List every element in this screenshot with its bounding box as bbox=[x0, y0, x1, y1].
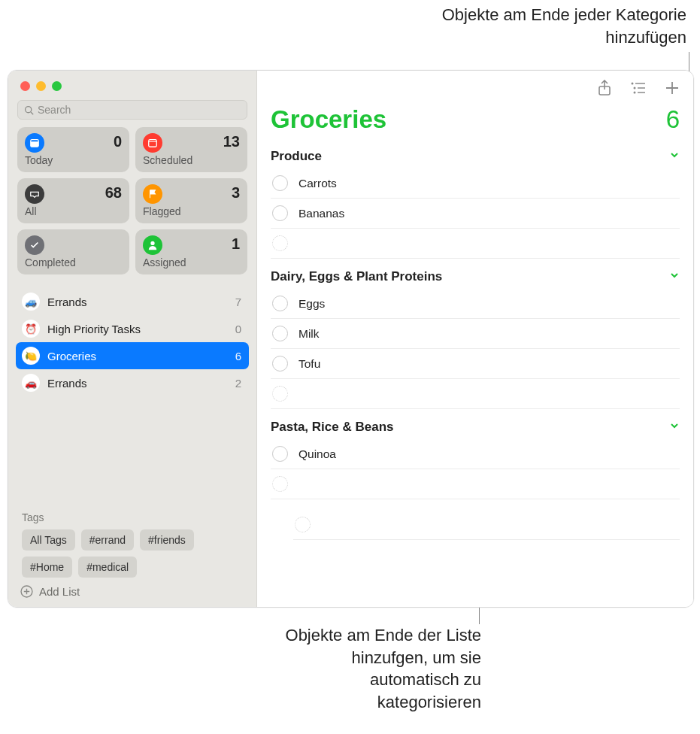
smart-count: 0 bbox=[114, 133, 122, 150]
complete-toggle[interactable] bbox=[272, 356, 288, 372]
smart-count: 68 bbox=[105, 184, 122, 202]
tags-heading: Tags bbox=[22, 511, 247, 523]
complete-toggle[interactable] bbox=[272, 326, 288, 341]
section-header[interactable]: Produce bbox=[271, 138, 680, 168]
tag[interactable]: #errand bbox=[81, 529, 134, 550]
sidebar-list-item[interactable]: ⏰High Priority Tasks0 bbox=[16, 315, 249, 342]
list-icon: 🍋 bbox=[22, 347, 40, 365]
checkmark-icon bbox=[25, 235, 44, 255]
complete-toggle[interactable] bbox=[272, 446, 288, 462]
share-button[interactable] bbox=[597, 80, 612, 96]
reminder-item[interactable]: Bananas bbox=[271, 199, 680, 229]
list-count: 0 bbox=[235, 323, 241, 335]
svg-line-1 bbox=[31, 111, 33, 114]
reminder-label: Milk bbox=[298, 327, 320, 341]
reminder-label: Tofu bbox=[298, 357, 320, 371]
list-label: Errands bbox=[47, 377, 87, 390]
svg-point-16 bbox=[634, 92, 636, 94]
main-panel: Groceries 6 ProduceCarrotsBananasDairy, … bbox=[257, 71, 693, 607]
window-controls bbox=[8, 71, 256, 100]
person-icon bbox=[143, 235, 162, 255]
reminder-item[interactable]: Milk bbox=[271, 319, 680, 349]
add-item-row-uncategorized[interactable] bbox=[293, 510, 680, 540]
svg-rect-5 bbox=[149, 140, 157, 147]
add-item-row[interactable] bbox=[271, 469, 680, 499]
tag[interactable]: #medical bbox=[78, 557, 137, 578]
minimize-window-button[interactable] bbox=[36, 81, 46, 91]
list-title: Groceries bbox=[271, 105, 386, 134]
smart-today[interactable]: 0 Today bbox=[17, 127, 129, 172]
zoom-window-button[interactable] bbox=[52, 81, 62, 91]
list-header: Groceries 6 bbox=[257, 105, 693, 138]
smart-flagged[interactable]: 3 Flagged bbox=[135, 178, 247, 223]
reminder-label: Carrots bbox=[298, 177, 337, 190]
list-icon: 🚙 bbox=[22, 293, 40, 311]
annotation-bottom: Objekte am Ende der Liste hinzufgen, um … bbox=[278, 624, 481, 714]
reminder-item[interactable]: Eggs bbox=[271, 289, 680, 319]
tags-section: Tags All Tags#errand#friends#Home#medica… bbox=[8, 502, 256, 578]
section-header[interactable]: Pasta, Rice & Beans bbox=[271, 409, 680, 439]
reminder-item[interactable]: Carrots bbox=[271, 168, 680, 199]
my-lists: 🚙Errands7⏰High Priority Tasks0🍋Groceries… bbox=[8, 284, 256, 502]
list-count: 6 bbox=[666, 105, 680, 134]
inbox-icon bbox=[25, 184, 44, 204]
list-icon: 🚗 bbox=[22, 374, 40, 392]
plus-circle-icon bbox=[20, 585, 33, 598]
chevron-down-icon bbox=[669, 420, 680, 435]
search-icon bbox=[24, 105, 34, 115]
reminder-item[interactable]: Tofu bbox=[271, 349, 680, 379]
annotation-top: Objekte am Ende jeder Kategorie hinzufüg… bbox=[386, 4, 686, 48]
smart-count: 13 bbox=[223, 133, 240, 150]
complete-toggle[interactable] bbox=[272, 175, 288, 191]
add-item-circle-icon bbox=[272, 476, 288, 492]
tag[interactable]: All Tags bbox=[22, 529, 75, 550]
sidebar-list-item[interactable]: 🚙Errands7 bbox=[16, 288, 249, 315]
svg-point-7 bbox=[150, 241, 154, 245]
section-title: Produce bbox=[271, 149, 322, 164]
view-options-button[interactable] bbox=[630, 81, 647, 95]
calendar-today-icon bbox=[25, 133, 44, 153]
sidebar-list-item[interactable]: 🚗Errands2 bbox=[16, 369, 249, 396]
search-input[interactable]: Search bbox=[17, 100, 247, 120]
chevron-down-icon bbox=[669, 269, 680, 284]
smart-count: 1 bbox=[232, 235, 240, 253]
smart-label: Flagged bbox=[143, 205, 240, 217]
svg-point-0 bbox=[26, 106, 32, 112]
add-item-row[interactable] bbox=[271, 379, 680, 409]
search-placeholder: Search bbox=[38, 104, 71, 116]
list-label: Errands bbox=[47, 296, 87, 308]
reminder-label: Quinoa bbox=[298, 447, 336, 461]
smart-all[interactable]: 68 All bbox=[17, 178, 129, 223]
toolbar bbox=[257, 71, 693, 105]
smart-label: Scheduled bbox=[143, 154, 240, 166]
new-reminder-button[interactable] bbox=[665, 80, 680, 96]
list-label: High Priority Tasks bbox=[47, 323, 141, 335]
section-header[interactable]: Dairy, Eggs & Plant Proteins bbox=[271, 259, 680, 289]
reminder-item[interactable]: Quinoa bbox=[271, 439, 680, 469]
smart-completed[interactable]: Completed bbox=[17, 229, 129, 274]
sidebar: Search 0 Today 13 Scheduled bbox=[8, 71, 257, 607]
add-item-circle-icon bbox=[272, 386, 288, 402]
add-list-button[interactable]: Add List bbox=[8, 578, 256, 607]
smart-label: Completed bbox=[25, 256, 122, 268]
smart-lists: 0 Today 13 Scheduled 68 All bbox=[8, 127, 256, 284]
smart-scheduled[interactable]: 13 Scheduled bbox=[135, 127, 247, 172]
tag[interactable]: #friends bbox=[140, 529, 194, 550]
complete-toggle[interactable] bbox=[272, 296, 288, 311]
calendar-icon bbox=[143, 133, 162, 153]
add-item-row[interactable] bbox=[271, 229, 680, 259]
complete-toggle[interactable] bbox=[272, 205, 288, 221]
plus-icon bbox=[665, 80, 680, 96]
svg-point-14 bbox=[634, 87, 636, 89]
sidebar-list-item[interactable]: 🍋Groceries6 bbox=[16, 342, 249, 369]
svg-point-12 bbox=[632, 83, 634, 85]
list-icon: ⏰ bbox=[22, 320, 40, 338]
list-count: 6 bbox=[235, 350, 241, 362]
smart-label: Assigned bbox=[143, 256, 240, 268]
add-item-circle-icon bbox=[272, 235, 288, 251]
tag[interactable]: #Home bbox=[22, 557, 72, 578]
close-window-button[interactable] bbox=[20, 81, 30, 91]
reminder-label: Eggs bbox=[298, 297, 325, 311]
add-list-label: Add List bbox=[39, 585, 80, 598]
smart-assigned[interactable]: 1 Assigned bbox=[135, 229, 247, 274]
